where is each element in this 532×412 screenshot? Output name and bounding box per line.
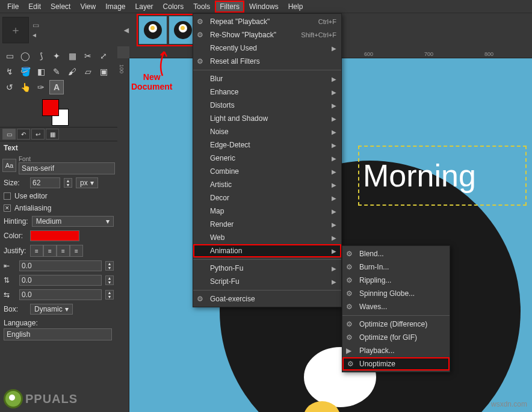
watermark-icon [4,389,23,408]
dock-tab-undo[interactable]: ↩ [31,129,45,140]
box-dropdown[interactable]: Dynamic▾ [30,304,73,315]
brush-swatch[interactable]: ＋ [2,17,29,43]
use-editor-checkbox[interactable] [4,192,11,200]
tool-gradient[interactable]: ◧ [34,64,48,79]
fg-color-swatch[interactable] [42,99,59,116]
menu-icon[interactable]: ◂ [32,31,39,39]
menu-combine[interactable]: Combine▶ [193,165,341,178]
size-input[interactable] [30,177,60,188]
dock-tab-tool-options[interactable]: ▭ [2,129,16,140]
justify-label: Justify: [4,247,26,255]
menu-light-shadow[interactable]: Light and Shadow▶ [193,112,341,125]
tool-fuzzy-select[interactable]: ✦ [49,49,64,63]
menu-goat-exercise[interactable]: ⚙Goat-exercise [193,292,341,306]
menu-view[interactable]: View [75,1,101,13]
menu-decor[interactable]: Decor▶ [193,191,341,204]
dock-tab-device[interactable]: ↶ [17,129,30,140]
line-spinner[interactable]: ▲▼ [105,275,114,285]
menu-recently-used[interactable]: Recently Used▶ [193,42,341,55]
gear-icon: ⚙ [346,276,353,284]
font-input[interactable] [19,162,115,174]
zoom-out-icon[interactable]: ▭ [32,21,39,29]
tool-heal[interactable]: ↺ [2,80,17,94]
tool-path[interactable]: ✑ [34,80,48,94]
menu-script-fu[interactable]: Script-Fu▶ [193,275,341,288]
menu-repeat[interactable]: ⚙Repeat "Playback"Ctrl+F [193,15,341,28]
doc-tab-1[interactable] [139,16,167,44]
letter-spinner[interactable]: ▲▼ [105,290,114,300]
tool-color-select[interactable]: ▦ [65,49,79,63]
toolbox: ▭ ◯ ⟆ ✦ ▦ ✂ ⤢ ↯ 🪣 ◧ ✎ 🖌 ▱ ▣ ↺ 👆 ✑ A ▭ ↶ … [0,46,117,412]
hinting-dropdown[interactable]: Medium▾ [32,216,114,227]
submenu-unoptimize[interactable]: ⚙Unoptimize [342,357,450,370]
justify-fill[interactable]: ≡ [70,245,83,257]
text-selection[interactable]: Morning [358,146,527,206]
tool-brush[interactable]: 🖌 [65,64,79,79]
submenu-waves[interactable]: ⚙Waves... [342,300,450,313]
language-input[interactable] [4,328,112,340]
tool-bucket[interactable]: 🪣 [18,64,32,79]
tool-ellipse-select[interactable]: ◯ [18,49,32,63]
tool-transform[interactable]: ⤢ [96,49,111,63]
menu-select[interactable]: Select [46,1,75,13]
dock-tab-image[interactable]: ▦ [46,129,59,140]
letter-spacing-input[interactable] [19,289,102,300]
tab-prev-icon[interactable]: ◄ [119,25,134,35]
justify-right[interactable]: ≡ [43,245,57,257]
menu-colors[interactable]: Colors [158,1,189,13]
menu-render[interactable]: Render▶ [193,218,341,231]
gear-icon: ⚙ [346,320,353,328]
menu-layer[interactable]: Layer [131,1,158,13]
tool-text[interactable]: A [49,80,64,94]
text-color-swatch[interactable] [30,230,79,241]
menu-animation[interactable]: Animation▶ [193,244,341,257]
tool-clone[interactable]: ▣ [96,64,111,79]
panel-title: Text [0,141,117,155]
justify-left[interactable]: ≡ [30,245,43,257]
tool-free-select[interactable]: ⟆ [34,49,48,63]
tool-move[interactable]: ↯ [2,64,17,79]
menu-windows[interactable]: Windows [244,1,283,13]
submenu-spinning-globe[interactable]: ⚙Spinning Globe... [342,287,450,300]
submenu-blend[interactable]: ⚙Blend... [342,247,450,260]
size-spinner[interactable]: ▲▼ [64,178,72,188]
menu-filters[interactable]: Filters [215,1,244,13]
submenu-playback[interactable]: ▶Playback... [342,344,450,357]
menu-generic[interactable]: Generic▶ [193,152,341,165]
menu-tools[interactable]: Tools [188,1,215,13]
indent-spinner[interactable]: ▲▼ [105,261,114,271]
doc-tabs-highlight [137,14,199,46]
size-unit[interactable]: px▾ [76,177,98,188]
menu-file[interactable]: File [2,1,23,13]
submenu-rippling[interactable]: ⚙Rippling... [342,274,450,287]
antialias-checkbox[interactable]: ✕ [4,204,11,212]
menu-blur[interactable]: Blur▶ [193,72,341,85]
line-spacing-input[interactable] [19,275,102,286]
menu-web[interactable]: Web▶ [193,231,341,244]
menu-distorts[interactable]: Distorts▶ [193,99,341,112]
menu-noise[interactable]: Noise▶ [193,125,341,138]
submenu-optimize-gif[interactable]: ⚙Optimize (for GIF) [342,331,450,344]
justify-center[interactable]: ≡ [57,245,70,257]
submenu-burn-in[interactable]: ⚙Burn-In... [342,260,450,274]
play-icon: ▶ [346,346,351,355]
menu-python-fu[interactable]: Python-Fu▶ [193,262,341,275]
menu-edit[interactable]: Edit [23,1,46,13]
menu-reshow[interactable]: ⚙Re-Show "Playback"Shift+Ctrl+F [193,28,341,42]
menu-edge-detect[interactable]: Edge-Detect▶ [193,138,341,152]
indent-input[interactable] [19,260,102,271]
menu-map[interactable]: Map▶ [193,204,341,218]
menu-reset-filters[interactable]: ⚙Reset all Filters [193,55,341,68]
menu-artistic[interactable]: Artistic▶ [193,178,341,191]
tool-rect-select[interactable]: ▭ [2,49,17,63]
tool-pencil[interactable]: ✎ [49,64,64,79]
menu-image[interactable]: Image [101,1,130,13]
submenu-optimize-diff[interactable]: ⚙Optimize (Difference) [342,318,450,331]
gear-icon: ⚙ [346,289,353,298]
menu-help[interactable]: Help [283,1,308,13]
menu-enhance[interactable]: Enhance▶ [193,85,341,99]
tool-eraser[interactable]: ▱ [81,64,95,79]
tool-crop[interactable]: ✂ [81,49,95,63]
tool-smudge[interactable]: 👆 [18,80,32,94]
font-preview[interactable]: Aa [2,159,16,172]
